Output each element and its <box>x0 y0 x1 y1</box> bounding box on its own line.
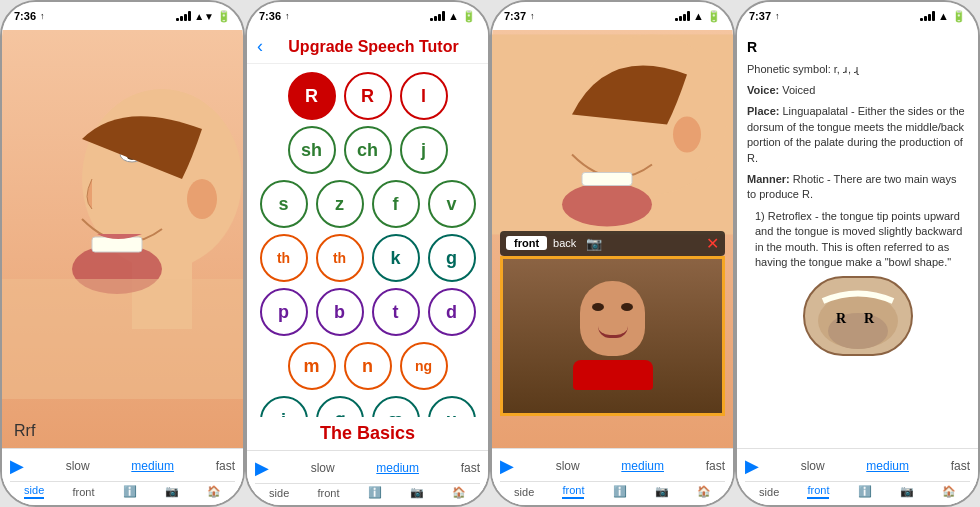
nav-home-3[interactable]: 🏠 <box>697 485 711 498</box>
video-icon-4: 📷 <box>900 485 914 498</box>
slow-btn-4[interactable]: slow <box>801 459 825 473</box>
slow-btn-3[interactable]: slow <box>556 459 580 473</box>
back-button[interactable]: back <box>553 237 576 249</box>
nav-info-4[interactable]: ℹ️ <box>858 485 872 498</box>
nav-front-1[interactable]: front <box>72 486 94 498</box>
sound-r-outline[interactable]: R <box>344 72 392 120</box>
nav-info-3[interactable]: ℹ️ <box>613 485 627 498</box>
medium-btn-1[interactable]: medium <box>131 459 174 473</box>
nav-front-4[interactable]: front <box>807 484 829 499</box>
nav-info-2[interactable]: ℹ️ <box>368 486 382 499</box>
sound-b[interactable]: b <box>316 288 364 336</box>
nav-video-4[interactable]: 📷 <box>900 485 914 498</box>
close-button[interactable]: ✕ <box>706 234 719 253</box>
play-button-3[interactable]: ▶ <box>500 455 514 477</box>
nav-front-2[interactable]: front <box>317 487 339 499</box>
nav-row-2: side front ℹ️ 📷 🏠 <box>255 483 480 499</box>
sound-s[interactable]: s <box>260 180 308 228</box>
sound-row-6: m n ng <box>255 342 480 390</box>
signal-icon-3 <box>675 11 690 21</box>
fast-btn-4[interactable]: fast <box>951 459 970 473</box>
sound-n[interactable]: n <box>344 342 392 390</box>
play-button-4[interactable]: ▶ <box>745 455 759 477</box>
sound-m[interactable]: m <box>288 342 336 390</box>
sound-row-5: p b t d <box>255 288 480 336</box>
sound-f[interactable]: f <box>372 180 420 228</box>
sound-l[interactable]: l <box>400 72 448 120</box>
svg-point-10 <box>562 183 652 227</box>
nav-home-4[interactable]: 🏠 <box>942 485 956 498</box>
sound-th-voiced[interactable]: th <box>260 234 308 282</box>
home-icon-3: 🏠 <box>697 485 711 498</box>
nav-home-2[interactable]: 🏠 <box>452 486 466 499</box>
back-arrow-2[interactable]: ‹ <box>257 36 263 57</box>
status-icons-4: ▲ 🔋 <box>920 10 966 23</box>
nav-side-2[interactable]: side <box>269 487 289 499</box>
home-icon-4: 🏠 <box>942 485 956 498</box>
signal-icon-4 <box>920 11 935 21</box>
camera-switch-icon[interactable]: 📷 <box>586 236 602 251</box>
sound-t[interactable]: t <box>372 288 420 336</box>
phone2-content: ‹ Upgrade Speech Tutor R R l sh ch j s z… <box>247 30 488 505</box>
upgrade-header: ‹ Upgrade Speech Tutor <box>247 30 488 64</box>
sound-row-1: R R l <box>255 72 480 120</box>
play-button-1[interactable]: ▶ <box>10 455 24 477</box>
sound-sh[interactable]: sh <box>288 126 336 174</box>
phone-4: 7:37 ↑ ▲ 🔋 R Phonetic symbol: r, ɹ, ɻ Vo… <box>735 0 980 507</box>
nav-video-3[interactable]: 📷 <box>655 485 669 498</box>
status-time-3: 7:37 ↑ <box>504 10 535 22</box>
sound-v[interactable]: v <box>428 180 476 228</box>
medium-btn-3[interactable]: medium <box>621 459 664 473</box>
sound-z[interactable]: z <box>316 180 364 228</box>
sound-j[interactable]: j <box>400 126 448 174</box>
bullet-1: 1) Retroflex - the tongue tip points upw… <box>755 209 968 271</box>
nav-side-label-1: side <box>24 484 44 496</box>
arrow-icon-3: ↑ <box>530 11 535 21</box>
sound-p[interactable]: p <box>260 288 308 336</box>
place-text: Place: Linguapalatal - Either the sides … <box>747 104 968 166</box>
arrow-icon-1: ↑ <box>40 11 45 21</box>
sound-u[interactable]: u <box>428 396 476 417</box>
nav-side-3[interactable]: side <box>514 486 534 498</box>
phone-2: 7:36 ↑ ▲ 🔋 ‹ Upgrade Speech Tutor R R l … <box>245 0 490 507</box>
medium-btn-2[interactable]: medium <box>376 461 419 475</box>
sound-k[interactable]: k <box>372 234 420 282</box>
status-time-2: 7:36 ↑ <box>259 10 290 22</box>
info-title: R <box>747 38 968 58</box>
sound-r-filled[interactable]: R <box>288 72 336 120</box>
camera-section: front back 📷 ✕ <box>492 30 733 448</box>
sound-g[interactable]: g <box>428 234 476 282</box>
sound-i[interactable]: i <box>260 396 308 417</box>
front-button[interactable]: front <box>506 236 547 250</box>
sound-th-voiceless[interactable]: th <box>316 234 364 282</box>
nav-front-3[interactable]: front <box>562 484 584 499</box>
sound-ng[interactable]: ng <box>400 342 448 390</box>
info-icon-2: ℹ️ <box>368 486 382 499</box>
sound-ch[interactable]: ch <box>344 126 392 174</box>
voice-text: Voice: Voiced <box>747 83 968 98</box>
sound-d[interactable]: d <box>428 288 476 336</box>
nav-home-1[interactable]: 🏠 <box>207 485 221 498</box>
status-icons-3: ▲ 🔋 <box>675 10 721 23</box>
nav-video-2[interactable]: 📷 <box>410 486 424 499</box>
svg-point-12 <box>673 117 701 153</box>
status-icons-1: ▲▼ 🔋 <box>176 10 231 23</box>
medium-btn-4[interactable]: medium <box>866 459 909 473</box>
play-button-2[interactable]: ▶ <box>255 457 269 479</box>
fast-btn-1[interactable]: fast <box>216 459 235 473</box>
nav-video-1[interactable]: 📷 <box>165 485 179 498</box>
fast-btn-2[interactable]: fast <box>461 461 480 475</box>
nav-info-1[interactable]: ℹ️ <box>123 485 137 498</box>
playback-row-3: ▶ slow medium fast <box>500 455 725 477</box>
sound-a[interactable]: ɑ <box>316 396 364 417</box>
svg-rect-7 <box>2 279 243 399</box>
nav-side-1[interactable]: side <box>24 484 44 499</box>
slow-btn-2[interactable]: slow <box>311 461 335 475</box>
wifi-icon-1: ▲▼ <box>194 11 214 22</box>
upgrade-title: Upgrade Speech Tutor <box>269 38 478 56</box>
fast-btn-3[interactable]: fast <box>706 459 725 473</box>
basics-label: The Basics <box>247 417 488 450</box>
nav-side-4[interactable]: side <box>759 486 779 498</box>
slow-btn-1[interactable]: slow <box>66 459 90 473</box>
sound-ae[interactable]: æ <box>372 396 420 417</box>
